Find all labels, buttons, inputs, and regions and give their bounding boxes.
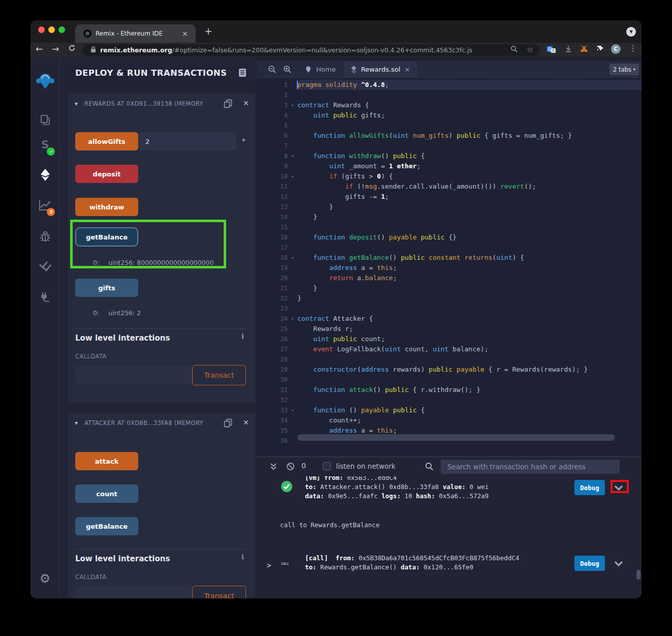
code-line[interactable]: 28 [257, 354, 642, 365]
code-line[interactable]: 9 uint _amount = 1 ether; [257, 161, 642, 171]
fold-chevron-icon[interactable]: ▾ [288, 171, 297, 181]
browser-tab[interactable]: Remix - Ethereum IDE × [75, 24, 196, 43]
code-line[interactable]: 11 if (!msg.sender.call.value(_amount)()… [257, 181, 642, 192]
translate-extension-icon[interactable]: G文 [547, 45, 556, 55]
forward-icon[interactable]: → [52, 44, 59, 54]
attacker-card-header[interactable]: ▾ ATTACKER AT 0XD8B...33FA8 (MEMORY ✕ [68, 418, 255, 429]
withdraw-button[interactable]: withdraw [75, 198, 138, 216]
code-line[interactable]: 13 } [257, 202, 642, 212]
code-line[interactable]: 3▾contract Rewards { [257, 100, 642, 110]
code-line[interactable]: 10▾ if (gifts > 0) { [257, 171, 642, 181]
fold-chevron-icon[interactable]: ▾ [288, 100, 297, 110]
collapse-chevron-icon[interactable]: ▾ [75, 100, 78, 107]
download-icon[interactable] [564, 45, 572, 55]
remove-contract-icon[interactable]: ✕ [243, 99, 249, 107]
code-line[interactable]: 16 function deposit() payable public {} [257, 232, 642, 243]
settings-gear-icon[interactable]: ⚙ [30, 571, 59, 586]
transact-button[interactable]: Transact [192, 586, 246, 598]
code-editor[interactable]: 1pragma solidity ^0.4.8;23▾contract Rewa… [257, 80, 642, 446]
terminal-prompt[interactable]: > [267, 561, 271, 569]
close-traffic-light[interactable] [38, 26, 45, 33]
code-line[interactable]: 30 [257, 375, 642, 385]
remove-contract-icon[interactable]: ✕ [243, 418, 249, 427]
menu-dots-icon[interactable]: ⋮ [629, 44, 637, 53]
code-line[interactable]: 8▾ function withdraw() public { [257, 151, 642, 161]
tab-close-icon[interactable]: × [405, 66, 410, 73]
unit-testing-icon[interactable] [30, 260, 59, 271]
profile-avatar[interactable]: C [611, 44, 621, 54]
code-line[interactable]: 26 uint public count; [257, 334, 642, 344]
code-line[interactable]: 34 count++; [257, 415, 642, 426]
code-line[interactable]: 4 uint public gifts; [257, 110, 642, 120]
calldata-input[interactable] [75, 366, 192, 384]
attack-button[interactable]: attack [75, 452, 138, 470]
tab-close-icon[interactable]: × [182, 29, 188, 38]
deposit-button[interactable]: deposit [75, 165, 138, 183]
code-line[interactable]: 27 event LogFallback(uint count, uint ba… [257, 344, 642, 354]
rewards-card-header[interactable]: ▾ REWARDS AT 0XD91...39138 (MEMORY ✕ [68, 99, 255, 110]
solidity-compiler-icon[interactable]: S [30, 138, 59, 152]
fold-chevron-icon[interactable]: ▾ [288, 405, 297, 415]
maximize-traffic-light[interactable] [58, 26, 65, 33]
fold-chevron-icon[interactable]: ▾ [288, 151, 297, 161]
terminal-log[interactable]: [vm] from: 0x5B3...eddC4to: Attacker.att… [257, 476, 642, 598]
code-line[interactable]: 15 [257, 222, 642, 232]
back-icon[interactable]: ← [36, 44, 43, 54]
terminal-entry[interactable]: [vm] from: 0x5B3...eddC4to: Attacker.att… [257, 476, 642, 501]
calldata-input[interactable] [75, 587, 192, 598]
expand-args-chevron-icon[interactable]: ▾ [242, 136, 246, 144]
fold-chevron-icon[interactable]: ▾ [288, 314, 297, 324]
transact-button[interactable]: Transact [192, 365, 246, 385]
code-line[interactable]: 2 [257, 90, 642, 100]
code-line[interactable]: 1pragma solidity ^0.4.8; [257, 80, 642, 90]
debugger-bug-icon[interactable] [30, 230, 59, 243]
code-line[interactable]: 5 [257, 120, 642, 131]
tab-search-icon[interactable]: ▼ [626, 27, 636, 37]
collapse-terminal-icon[interactable] [270, 463, 277, 472]
docs-icon[interactable] [238, 68, 247, 79]
terminal-search-input[interactable] [441, 460, 620, 474]
code-line[interactable]: 7 [257, 141, 642, 151]
plugin-manager-icon[interactable] [30, 291, 59, 303]
editor-horizontal-scrollbar[interactable] [297, 434, 615, 441]
attacker-getbalance-button[interactable]: getBalance [75, 517, 138, 535]
analysis-icon[interactable] [30, 199, 59, 211]
zoom-in-icon[interactable] [283, 65, 292, 76]
collapse-chevron-icon[interactable]: ▾ [75, 419, 78, 427]
extensions-puzzle-icon[interactable] [596, 45, 604, 55]
code-line[interactable]: 25 Rewards r; [257, 324, 642, 334]
code-line[interactable]: 22} [257, 293, 642, 304]
zoom-page-icon[interactable] [510, 45, 518, 55]
code-line[interactable]: 12 gifts -= 1; [257, 192, 642, 202]
allowgifts-input[interactable] [139, 132, 236, 150]
code-line[interactable]: 6 function allowGifts(uint num_gifts) pu… [257, 131, 642, 141]
minimize-traffic-light[interactable] [48, 26, 55, 33]
code-line[interactable]: 32 [257, 395, 642, 405]
deploy-run-icon[interactable] [30, 168, 59, 181]
zoom-out-icon[interactable] [268, 65, 277, 76]
code-line[interactable]: 29 constructor(address rewards) public p… [257, 365, 642, 375]
allowgifts-button[interactable]: allowGifts [75, 132, 138, 150]
copy-address-icon[interactable] [224, 99, 232, 110]
debug-button[interactable]: Debug [574, 556, 605, 571]
code-line[interactable]: 18▾ function getBalance() public constan… [257, 253, 642, 263]
code-line[interactable]: 31 function attack() public { r.withdraw… [257, 385, 642, 395]
code-line[interactable]: 20 return a.balance; [257, 273, 642, 283]
expand-log-chevron-icon[interactable] [614, 559, 623, 569]
debug-button[interactable]: Debug [574, 480, 605, 495]
count-button[interactable]: count [75, 484, 138, 503]
tab-rewards-sol[interactable]: Rewards.sol × [344, 61, 417, 78]
bookmark-star-icon[interactable]: ☆ [527, 45, 533, 54]
clear-console-icon[interactable] [286, 462, 295, 473]
url-bar[interactable]: remix.ethereum.org/#optimize=false&runs=… [82, 44, 540, 56]
gifts-button[interactable]: gifts [75, 279, 138, 297]
file-explorer-icon[interactable] [30, 114, 59, 126]
code-line[interactable]: 23 [257, 304, 642, 314]
code-line[interactable]: 17 [257, 243, 642, 253]
metamask-extension-icon[interactable] [579, 45, 589, 55]
code-line[interactable]: 14 } [257, 212, 642, 222]
code-line[interactable]: 33▾ function () payable public { [257, 405, 642, 415]
tabs-count-dropdown[interactable]: 2 tabs▾ [609, 64, 639, 75]
terminal-scrollbar[interactable] [636, 570, 640, 580]
terminal-entry[interactable]: CALL[call] from: 0x5B38Da6a701c568545dCf… [257, 554, 642, 572]
